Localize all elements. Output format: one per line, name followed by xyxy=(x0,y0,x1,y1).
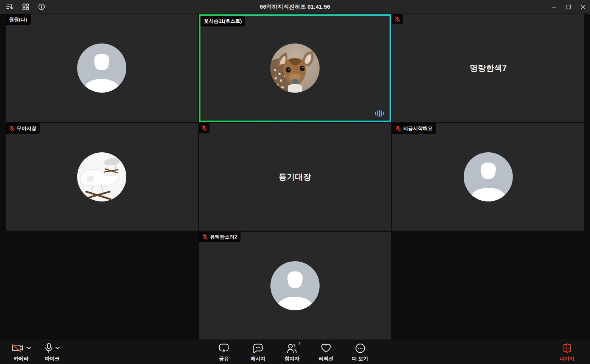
participants-icon xyxy=(287,343,297,353)
video-tile[interactable]: 명랑한색7 xyxy=(392,14,584,122)
video-tile-self[interactable]: 원원(나) xyxy=(6,14,198,122)
share-button[interactable]: 공유 xyxy=(207,339,241,362)
mic-icon xyxy=(45,343,53,353)
participant-name-center: 명랑한색7 xyxy=(470,63,507,73)
window-controls xyxy=(547,0,590,14)
more-ellipsis-icon xyxy=(355,343,365,353)
participant-name-label: 유쾌한소리2 xyxy=(199,232,241,242)
toolbar-left-group: 카메라 마이크 xyxy=(11,339,60,362)
heart-icon xyxy=(321,343,331,353)
chevron-down-icon[interactable] xyxy=(26,347,31,350)
reactions-button[interactable]: 리액션 xyxy=(309,339,343,362)
participant-name: 무아지경 xyxy=(17,125,36,132)
participant-name: 지금시작해요 xyxy=(403,125,433,132)
meeting-title: 66억까지직진하조 01:41:56 xyxy=(260,3,330,11)
video-tile-host-active-speaker[interactable]: 꽃사슴11(호스트) xyxy=(199,14,391,122)
minimize-icon[interactable] xyxy=(547,0,561,14)
avatar xyxy=(77,43,126,93)
video-tile[interactable]: 등기대장 xyxy=(199,123,391,231)
close-icon[interactable] xyxy=(576,0,590,14)
participant-name-label: 원원(나) xyxy=(6,14,31,25)
camera-button[interactable]: 카메라 xyxy=(11,339,31,362)
video-grid: 원원(나) 꽃사슴11(호스트) xyxy=(6,14,584,339)
titlebar-left-icons xyxy=(0,3,45,11)
avatar xyxy=(464,152,513,201)
mic-muted-icon xyxy=(202,125,207,131)
video-tile[interactable]: 무아지경 xyxy=(6,123,198,231)
camera-off-icon xyxy=(11,343,24,353)
mute-status-label xyxy=(199,123,210,133)
mic-muted-icon xyxy=(9,125,14,132)
mic-button[interactable]: 마이크 xyxy=(45,339,60,362)
participant-name: 꽃사슴11(호스트) xyxy=(204,18,242,25)
share-label: 공유 xyxy=(219,355,229,362)
chevron-down-icon[interactable] xyxy=(55,347,60,350)
speaking-waveform-icon xyxy=(374,109,384,118)
video-tile[interactable]: 지금시작해요 xyxy=(392,123,584,231)
toolbar-right-group: 나가기 xyxy=(552,339,582,362)
participants-label: 참여자 xyxy=(285,355,300,362)
leave-button[interactable]: 나가기 xyxy=(552,339,582,362)
chat-icon xyxy=(253,343,263,353)
titlebar: 66억까지직진하조 01:41:56 xyxy=(0,0,590,14)
control-toolbar: 카메라 마이크 공유 xyxy=(0,339,590,364)
mic-muted-icon xyxy=(395,16,400,22)
avatar-chair-photo xyxy=(77,152,126,201)
participant-name-label: 지금시작해요 xyxy=(392,123,436,134)
grid-view-icon[interactable] xyxy=(22,3,30,11)
message-button[interactable]: 메시지 xyxy=(241,339,275,362)
participant-name-label: 무아지경 xyxy=(6,123,40,134)
leave-label: 나가기 xyxy=(560,355,574,362)
participants-label-share: 메시지 xyxy=(251,355,266,362)
mic-muted-icon xyxy=(202,234,208,240)
participant-name: 원원(나) xyxy=(9,16,27,23)
reactions-label: 리액션 xyxy=(319,355,334,362)
mic-label: 마이크 xyxy=(45,355,60,362)
participant-name-center: 등기대장 xyxy=(279,172,311,182)
participants-button[interactable]: 7 참여자 xyxy=(275,339,309,362)
more-label: 더 보기 xyxy=(352,355,368,362)
participant-name: 유쾌한소리2 xyxy=(210,234,237,240)
camera-label: 카메라 xyxy=(14,355,29,362)
more-button[interactable]: 더 보기 xyxy=(343,339,377,362)
screen-share-icon xyxy=(219,343,229,353)
avatar-deer-photo xyxy=(270,43,320,93)
toolbar-center-group: 공유 메시지 7 xyxy=(207,339,377,362)
maximize-icon[interactable] xyxy=(561,0,576,14)
avatar xyxy=(270,261,320,310)
video-tile[interactable]: 유쾌한소리2 xyxy=(199,232,391,339)
exit-door-icon xyxy=(562,343,572,353)
video-stage: 원원(나) 꽃사슴11(호스트) xyxy=(0,14,590,339)
participant-name-label: 꽃사슴11(호스트) xyxy=(200,16,245,26)
mic-muted-icon xyxy=(396,125,401,132)
mute-status-label xyxy=(392,14,403,24)
participants-count-badge: 7 xyxy=(298,341,301,346)
info-icon[interactable] xyxy=(38,3,45,11)
sort-icon[interactable] xyxy=(6,3,14,11)
